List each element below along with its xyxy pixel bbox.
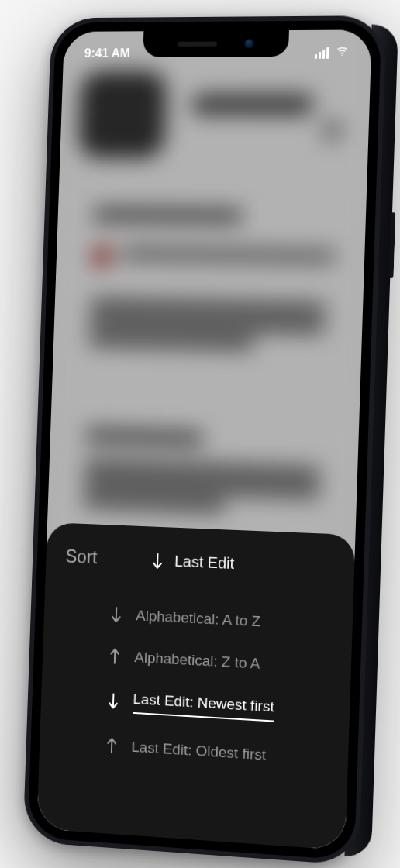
current-sort-label: Last Edit [174,553,235,573]
phone-screen: 9:41 AM Sort [36,29,371,850]
front-camera [244,39,253,48]
sort-option[interactable]: Alphabetical: Z to A [109,647,331,676]
arrow-up-icon [105,737,118,755]
status-time: 9:41 AM [84,46,130,60]
sort-option-label: Last Edit: Newest first [133,691,274,722]
arrow-down-icon [107,692,119,710]
sort-option-label: Alphabetical: Z to A [134,649,260,673]
device-notch [143,30,289,57]
arrow-up-icon [109,647,121,665]
sort-option[interactable]: Alphabetical: A to Z [110,606,333,634]
svg-point-0 [341,54,343,56]
sort-bottom-sheet: Sort Last Edit Alphabetical: A to ZAlpha… [36,522,355,850]
sort-option-label: Last Edit: Oldest first [131,739,266,764]
phone-frame: 9:41 AM Sort [22,16,386,866]
speaker-grille [178,42,217,46]
sort-option[interactable]: Last Edit: Newest first [107,689,329,725]
sort-option[interactable]: Last Edit: Oldest first [105,737,328,768]
cellular-signal-icon [315,46,329,58]
arrow-down-icon [151,552,164,570]
sort-option-label: Alphabetical: A to Z [136,607,261,630]
sort-options-list: Alphabetical: A to ZAlphabetical: Z to A… [59,604,333,768]
current-sort: Last Edit [151,551,234,573]
arrow-down-icon [110,606,122,624]
sheet-title: Sort [65,546,98,569]
wifi-icon [335,44,350,61]
